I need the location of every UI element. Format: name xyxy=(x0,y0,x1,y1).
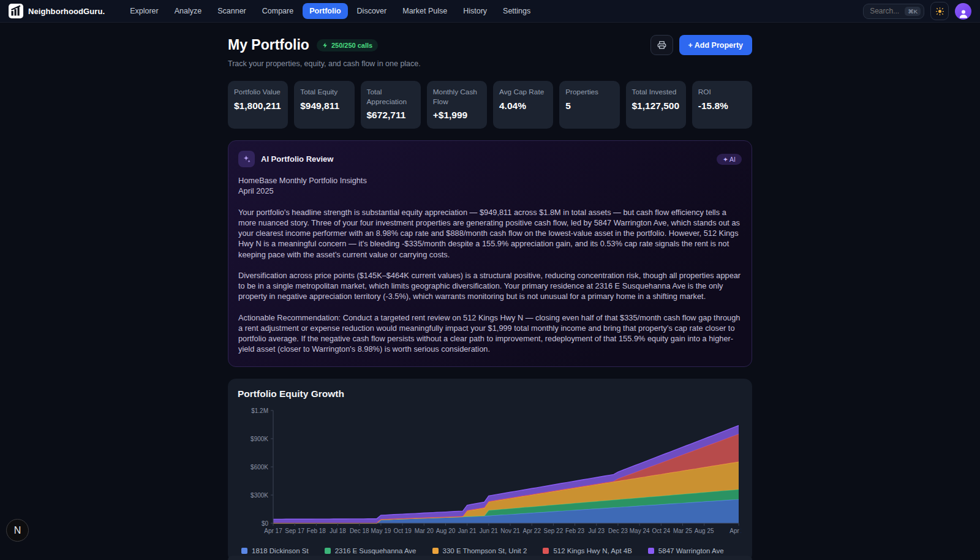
main-content: My Portfolio 250/250 calls + Add Propert… xyxy=(228,23,752,560)
stat-card: Avg Cap Rate4.04% xyxy=(493,81,553,129)
svg-text:Mar 25: Mar 25 xyxy=(673,528,693,534)
theme-toggle-button[interactable] xyxy=(930,2,949,20)
svg-text:$0: $0 xyxy=(262,520,269,526)
api-calls-badge: 250/250 calls xyxy=(317,39,378,51)
svg-text:May 24: May 24 xyxy=(630,528,650,534)
chart-legend: 1818 Dickinson St2316 E Susquehanna Ave3… xyxy=(238,547,742,554)
equity-growth-chart-canvas[interactable]: $1.2M$900K$600K$300K$0Apr 17Sep 17Feb 18… xyxy=(238,406,741,543)
stat-card: Portfolio Value$1,800,211 xyxy=(228,81,288,129)
stat-value: $1,127,500 xyxy=(632,100,680,112)
legend-swatch xyxy=(543,548,549,554)
search-box[interactable]: ⌘K xyxy=(863,4,924,19)
ai-review-title: AI Portfolio Review xyxy=(261,154,333,164)
nav-item-settings[interactable]: Settings xyxy=(496,3,537,19)
nav-item-analyze[interactable]: Analyze xyxy=(168,3,208,19)
stat-label: Monthly Cash Flow xyxy=(433,88,481,107)
brand-name: NeighborhoodGuru. xyxy=(28,7,105,16)
ai-paragraph: Your portfolio's headline strength is su… xyxy=(238,207,742,260)
svg-text:Feb 23: Feb 23 xyxy=(565,528,585,534)
legend-swatch xyxy=(325,548,331,554)
user-avatar[interactable] xyxy=(955,3,971,20)
svg-text:Jul 23: Jul 23 xyxy=(588,528,605,534)
chart-title: Portfolio Equity Growth xyxy=(238,388,742,399)
next-section-edge xyxy=(228,556,752,560)
stat-card: Total Invested$1,127,500 xyxy=(626,81,686,129)
svg-text:Jan 21: Jan 21 xyxy=(458,528,477,534)
svg-text:$900K: $900K xyxy=(251,435,268,442)
legend-item: 5847 Warrington Ave xyxy=(648,547,724,554)
stat-label: Avg Cap Rate xyxy=(499,88,547,97)
svg-text:Oct 24: Oct 24 xyxy=(652,528,671,534)
stat-value: $1,800,211 xyxy=(234,100,282,112)
add-property-button[interactable]: + Add Property xyxy=(679,35,752,55)
svg-text:Jun 21: Jun 21 xyxy=(480,528,498,534)
sun-icon xyxy=(935,7,944,16)
nav-item-market-pulse[interactable]: Market Pulse xyxy=(396,3,454,19)
dev-indicator-badge[interactable]: N xyxy=(6,519,29,542)
stat-label: ROI xyxy=(698,88,746,97)
stat-value: -15.8% xyxy=(698,100,746,112)
ai-paragraph: Actionable Recommendation: Conduct a tar… xyxy=(238,312,742,355)
ai-review-panel: AI Portfolio Review ✦ AI HomeBase Monthl… xyxy=(228,140,752,367)
svg-text:$600K: $600K xyxy=(251,463,268,470)
svg-text:Jul 18: Jul 18 xyxy=(330,528,346,534)
legend-label: 330 E Thompson St, Unit 2 xyxy=(443,547,527,554)
svg-text:Aug 20: Aug 20 xyxy=(436,528,456,534)
stat-card: Properties5 xyxy=(559,81,619,129)
stat-card: ROI-15.8% xyxy=(692,81,752,129)
nav-item-history[interactable]: History xyxy=(456,3,494,19)
stat-value: $949,811 xyxy=(300,100,348,112)
legend-label: 2316 E Susquehanna Ave xyxy=(335,547,417,554)
svg-text:Nov 21: Nov 21 xyxy=(500,528,520,534)
legend-item: 330 E Thompson St, Unit 2 xyxy=(432,547,527,554)
legend-swatch xyxy=(432,548,439,554)
sparkles-icon xyxy=(238,151,255,167)
svg-text:Oct 19: Oct 19 xyxy=(393,528,412,534)
top-nav: NeighborhoodGuru. ExplorerAnalyzeScanner… xyxy=(0,0,980,23)
legend-item: 1818 Dickinson St xyxy=(241,547,309,554)
svg-text:Sep 17: Sep 17 xyxy=(285,528,304,534)
brand-logo-icon xyxy=(9,4,23,18)
stat-label: Properties xyxy=(565,88,613,97)
printer-icon xyxy=(657,40,666,50)
svg-text:$300K: $300K xyxy=(251,491,268,498)
page-title: My Portfolio xyxy=(228,37,309,53)
nav-item-explorer[interactable]: Explorer xyxy=(123,3,165,19)
svg-text:Apr 17: Apr 17 xyxy=(264,528,282,534)
nav-item-scanner[interactable]: Scanner xyxy=(211,3,253,19)
ai-review-body: HomeBase Monthly Portfolio Insights Apri… xyxy=(238,175,742,355)
stat-label: Total Invested xyxy=(632,88,680,97)
search-shortcut-badge: ⌘K xyxy=(905,7,921,16)
stat-card: Total Equity$949,811 xyxy=(294,81,354,129)
ai-badge: ✦ AI xyxy=(717,154,742,165)
svg-text:Aug 25: Aug 25 xyxy=(695,528,714,534)
stat-label: Portfolio Value xyxy=(234,88,282,97)
svg-text:Dec 18: Dec 18 xyxy=(350,528,369,534)
user-icon xyxy=(957,7,970,20)
print-button[interactable] xyxy=(650,35,673,55)
ai-paragraph: HomeBase Monthly Portfolio Insights Apri… xyxy=(238,175,742,197)
search-input[interactable] xyxy=(870,7,900,15)
svg-text:$1.2M: $1.2M xyxy=(251,407,268,414)
legend-label: 512 Kings Hwy N, Apt 4B xyxy=(553,547,631,554)
svg-text:May 19: May 19 xyxy=(371,528,391,534)
nav-item-portfolio[interactable]: Portfolio xyxy=(303,3,347,19)
stat-value: 4.04% xyxy=(499,100,547,112)
svg-text:Dec 23: Dec 23 xyxy=(608,528,628,534)
equity-growth-panel: Portfolio Equity Growth $1.2M$900K$600K$… xyxy=(228,379,752,560)
brand[interactable]: NeighborhoodGuru. xyxy=(9,4,105,18)
stat-label: Total Appreciation xyxy=(367,88,415,107)
page-subtitle: Track your properties, equity, and cash … xyxy=(228,59,752,68)
legend-item: 512 Kings Hwy N, Apt 4B xyxy=(543,547,631,554)
stat-card: Monthly Cash Flow+$1,999 xyxy=(427,81,487,129)
legend-label: 1818 Dickinson St xyxy=(252,547,309,554)
stat-card: Total Appreciation$672,711 xyxy=(361,81,421,129)
legend-swatch xyxy=(648,548,654,554)
nav-item-discover[interactable]: Discover xyxy=(350,3,394,19)
svg-text:Apr 26: Apr 26 xyxy=(729,528,741,534)
stats-row: Portfolio Value$1,800,211Total Equity$94… xyxy=(228,81,752,129)
legend-label: 5847 Warrington Ave xyxy=(658,547,724,554)
stat-value: $672,711 xyxy=(367,110,415,121)
svg-text:Apr 22: Apr 22 xyxy=(522,528,541,534)
nav-item-compare[interactable]: Compare xyxy=(255,3,300,19)
